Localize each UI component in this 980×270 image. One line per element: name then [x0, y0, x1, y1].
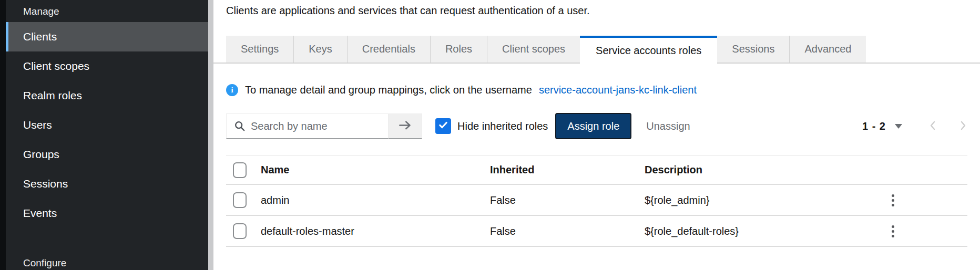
sidebar-item-clients[interactable]: Clients — [6, 22, 208, 51]
row-checkbox[interactable] — [233, 192, 247, 208]
role-description-cell: ${role_default-roles} — [645, 225, 881, 237]
nav-section-manage: Manage — [6, 0, 208, 22]
kebab-menu-icon[interactable] — [881, 225, 894, 237]
kebab-menu-icon[interactable] — [881, 194, 894, 206]
table-row: default-roles-master False ${role_defaul… — [226, 216, 967, 247]
checkmark-icon — [438, 120, 448, 132]
tab-bar: Settings Keys Credentials Roles Client s… — [213, 36, 980, 64]
tab-settings[interactable]: Settings — [226, 36, 294, 64]
sidebar-item-label: Groups — [23, 148, 59, 161]
sidebar-item-users[interactable]: Users — [6, 110, 208, 140]
sidebar-item-label: Users — [23, 119, 52, 131]
tab-service-accounts-roles[interactable]: Service accounts roles — [580, 36, 717, 64]
search-input[interactable] — [227, 120, 388, 132]
caret-down-icon[interactable] — [895, 124, 902, 129]
search-group — [226, 113, 422, 139]
role-name-cell: default-roles-master — [261, 225, 490, 237]
search-icon — [234, 120, 246, 134]
sidebar-item-label: Realm roles — [23, 89, 82, 102]
role-inherited-cell: False — [490, 194, 645, 206]
tab-sessions[interactable]: Sessions — [717, 36, 790, 64]
unassign-button[interactable]: Unassign — [646, 120, 690, 132]
main-content: Clients are applications and services th… — [213, 0, 980, 270]
search-submit-button[interactable] — [389, 113, 422, 139]
select-all-checkbox[interactable] — [233, 162, 247, 178]
sidebar-item-label: Events — [23, 207, 57, 220]
pagination-range: 1 - 2 — [862, 120, 886, 132]
tab-roles[interactable]: Roles — [431, 36, 487, 64]
sidebar-item-label: Sessions — [23, 178, 68, 190]
hide-inherited-roles-label[interactable]: Hide inherited roles — [457, 120, 548, 132]
tab-advanced[interactable]: Advanced — [790, 36, 866, 64]
search-input-wrap — [226, 113, 389, 139]
roles-toolbar: Hide inherited roles Assign role Unassig… — [226, 113, 967, 139]
sidebar-item-label: Client scopes — [23, 60, 89, 72]
hide-inherited-roles-checkbox[interactable] — [435, 118, 451, 134]
roles-table: Name Inherited Description admin False $… — [226, 155, 967, 247]
pagination-prev-button[interactable] — [928, 120, 937, 133]
sidebar-item-groups[interactable]: Groups — [6, 140, 208, 169]
role-inherited-cell: False — [490, 225, 645, 237]
role-description-cell: ${role_admin} — [645, 194, 881, 206]
column-header-name: Name — [261, 164, 490, 176]
content-scrollbar[interactable] — [208, 0, 213, 270]
page-description: Clients are applications and services th… — [226, 4, 967, 17]
info-icon: i — [226, 84, 238, 96]
service-account-link[interactable]: service-account-jans-kc-link-client — [539, 84, 697, 96]
info-banner: i To manage detail and group mappings, c… — [226, 84, 967, 96]
nav-section-configure: Configure — [6, 257, 208, 269]
sidebar: Manage Clients Client scopes Realm roles… — [0, 0, 208, 270]
table-row: admin False ${role_admin} — [226, 185, 967, 216]
sidebar-scrollbar[interactable] — [0, 0, 6, 270]
sidebar-item-realm-roles[interactable]: Realm roles — [6, 81, 208, 110]
column-header-inherited: Inherited — [490, 164, 645, 176]
role-name-cell: admin — [261, 194, 490, 206]
sidebar-item-events[interactable]: Events — [6, 199, 208, 228]
tab-keys[interactable]: Keys — [294, 36, 347, 64]
sidebar-item-sessions[interactable]: Sessions — [6, 169, 208, 199]
sidebar-item-label: Clients — [23, 30, 57, 43]
arrow-right-icon — [398, 118, 412, 134]
tab-bar-lead-spacer — [213, 36, 226, 64]
sidebar-item-client-scopes[interactable]: Client scopes — [6, 51, 208, 81]
chevron-right-icon — [959, 120, 967, 133]
hide-inherited-roles-control: Hide inherited roles — [435, 118, 548, 134]
sidebar-nav: Manage Clients Client scopes Realm roles… — [6, 0, 208, 269]
tab-client-scopes[interactable]: Client scopes — [487, 36, 580, 64]
info-banner-text: To manage detail and group mappings, cli… — [245, 84, 532, 96]
column-header-description: Description — [645, 164, 881, 176]
pagination: 1 - 2 — [862, 120, 967, 133]
assign-role-button[interactable]: Assign role — [555, 113, 631, 139]
chevron-left-icon — [928, 120, 937, 133]
tab-bar-filler — [866, 36, 980, 64]
pagination-next-button[interactable] — [959, 120, 967, 133]
table-header-row: Name Inherited Description — [226, 155, 967, 185]
tab-credentials[interactable]: Credentials — [348, 36, 431, 64]
row-checkbox[interactable] — [233, 223, 247, 239]
